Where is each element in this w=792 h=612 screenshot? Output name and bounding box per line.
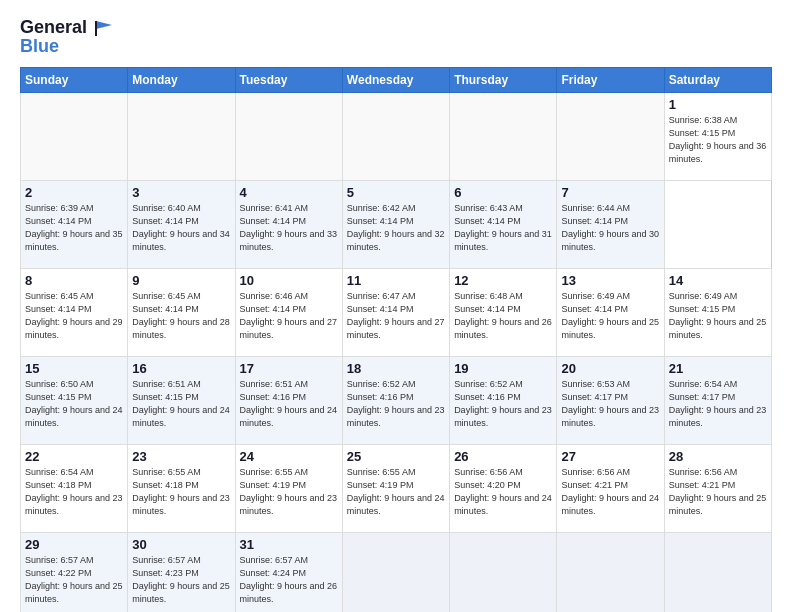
day-info: Sunrise: 6:50 AMSunset: 4:15 PMDaylight:… [25, 379, 123, 428]
logo-general: General [20, 17, 87, 37]
calendar-day: 27Sunrise: 6:56 AMSunset: 4:21 PMDayligh… [557, 444, 664, 532]
day-info: Sunrise: 6:56 AMSunset: 4:20 PMDaylight:… [454, 467, 552, 516]
empty-cell [450, 92, 557, 180]
day-info: Sunrise: 6:57 AMSunset: 4:22 PMDaylight:… [25, 555, 123, 604]
column-header-friday: Friday [557, 67, 664, 92]
day-number: 7 [561, 185, 659, 200]
calendar-day: 22Sunrise: 6:54 AMSunset: 4:18 PMDayligh… [21, 444, 128, 532]
calendar-day: 24Sunrise: 6:55 AMSunset: 4:19 PMDayligh… [235, 444, 342, 532]
day-info: Sunrise: 6:44 AMSunset: 4:14 PMDaylight:… [561, 203, 659, 252]
day-number: 9 [132, 273, 230, 288]
column-header-wednesday: Wednesday [342, 67, 449, 92]
calendar-day: 18Sunrise: 6:52 AMSunset: 4:16 PMDayligh… [342, 356, 449, 444]
calendar-day: 17Sunrise: 6:51 AMSunset: 4:16 PMDayligh… [235, 356, 342, 444]
day-info: Sunrise: 6:49 AMSunset: 4:14 PMDaylight:… [561, 291, 659, 340]
day-number: 12 [454, 273, 552, 288]
day-number: 18 [347, 361, 445, 376]
day-number: 6 [454, 185, 552, 200]
calendar-day: 30Sunrise: 6:57 AMSunset: 4:23 PMDayligh… [128, 532, 235, 612]
day-number: 20 [561, 361, 659, 376]
calendar-day: 25Sunrise: 6:55 AMSunset: 4:19 PMDayligh… [342, 444, 449, 532]
calendar-table: SundayMondayTuesdayWednesdayThursdayFrid… [20, 67, 772, 612]
day-number: 26 [454, 449, 552, 464]
day-number: 16 [132, 361, 230, 376]
calendar-week-row: 8Sunrise: 6:45 AMSunset: 4:14 PMDaylight… [21, 268, 772, 356]
day-info: Sunrise: 6:46 AMSunset: 4:14 PMDaylight:… [240, 291, 338, 340]
calendar-day: 29Sunrise: 6:57 AMSunset: 4:22 PMDayligh… [21, 532, 128, 612]
calendar-day: 20Sunrise: 6:53 AMSunset: 4:17 PMDayligh… [557, 356, 664, 444]
calendar-week-row: 15Sunrise: 6:50 AMSunset: 4:15 PMDayligh… [21, 356, 772, 444]
calendar-day: 26Sunrise: 6:56 AMSunset: 4:20 PMDayligh… [450, 444, 557, 532]
day-info: Sunrise: 6:38 AMSunset: 4:15 PMDaylight:… [669, 115, 767, 164]
day-info: Sunrise: 6:48 AMSunset: 4:14 PMDaylight:… [454, 291, 552, 340]
day-info: Sunrise: 6:56 AMSunset: 4:21 PMDaylight:… [669, 467, 767, 516]
day-number: 27 [561, 449, 659, 464]
day-info: Sunrise: 6:51 AMSunset: 4:15 PMDaylight:… [132, 379, 230, 428]
calendar-day: 5Sunrise: 6:42 AMSunset: 4:14 PMDaylight… [342, 180, 449, 268]
calendar-day: 14Sunrise: 6:49 AMSunset: 4:15 PMDayligh… [664, 268, 771, 356]
day-number: 11 [347, 273, 445, 288]
calendar-day: 9Sunrise: 6:45 AMSunset: 4:14 PMDaylight… [128, 268, 235, 356]
calendar-day: 8Sunrise: 6:45 AMSunset: 4:14 PMDaylight… [21, 268, 128, 356]
calendar-day: 28Sunrise: 6:56 AMSunset: 4:21 PMDayligh… [664, 444, 771, 532]
day-info: Sunrise: 6:56 AMSunset: 4:21 PMDaylight:… [561, 467, 659, 516]
column-header-saturday: Saturday [664, 67, 771, 92]
day-info: Sunrise: 6:54 AMSunset: 4:18 PMDaylight:… [25, 467, 123, 516]
day-number: 5 [347, 185, 445, 200]
day-number: 22 [25, 449, 123, 464]
day-info: Sunrise: 6:51 AMSunset: 4:16 PMDaylight:… [240, 379, 338, 428]
calendar-week-row: 22Sunrise: 6:54 AMSunset: 4:18 PMDayligh… [21, 444, 772, 532]
logo-blue-text: Blue [20, 36, 59, 57]
day-number: 1 [669, 97, 767, 112]
day-info: Sunrise: 6:52 AMSunset: 4:16 PMDaylight:… [347, 379, 445, 428]
day-number: 30 [132, 537, 230, 552]
logo-flag-icon [94, 19, 116, 37]
calendar-body: 1Sunrise: 6:38 AMSunset: 4:15 PMDaylight… [21, 92, 772, 612]
calendar-day: 13Sunrise: 6:49 AMSunset: 4:14 PMDayligh… [557, 268, 664, 356]
day-info: Sunrise: 6:41 AMSunset: 4:14 PMDaylight:… [240, 203, 338, 252]
calendar-week-row: 2Sunrise: 6:39 AMSunset: 4:14 PMDaylight… [21, 180, 772, 268]
calendar-day: 7Sunrise: 6:44 AMSunset: 4:14 PMDaylight… [557, 180, 664, 268]
calendar-day: 6Sunrise: 6:43 AMSunset: 4:14 PMDaylight… [450, 180, 557, 268]
column-header-tuesday: Tuesday [235, 67, 342, 92]
calendar-day: 12Sunrise: 6:48 AMSunset: 4:14 PMDayligh… [450, 268, 557, 356]
svg-marker-0 [96, 21, 112, 29]
calendar-week-row: 29Sunrise: 6:57 AMSunset: 4:22 PMDayligh… [21, 532, 772, 612]
day-info: Sunrise: 6:45 AMSunset: 4:14 PMDaylight:… [25, 291, 123, 340]
day-number: 23 [132, 449, 230, 464]
day-number: 14 [669, 273, 767, 288]
calendar-day: 3Sunrise: 6:40 AMSunset: 4:14 PMDaylight… [128, 180, 235, 268]
calendar-day: 23Sunrise: 6:55 AMSunset: 4:18 PMDayligh… [128, 444, 235, 532]
page: General Blue SundayMondayTuesdayWednesda… [0, 0, 792, 612]
calendar-day: 15Sunrise: 6:50 AMSunset: 4:15 PMDayligh… [21, 356, 128, 444]
column-header-sunday: Sunday [21, 67, 128, 92]
day-number: 28 [669, 449, 767, 464]
day-number: 10 [240, 273, 338, 288]
calendar-day: 1Sunrise: 6:38 AMSunset: 4:15 PMDaylight… [664, 92, 771, 180]
calendar-day: 16Sunrise: 6:51 AMSunset: 4:15 PMDayligh… [128, 356, 235, 444]
day-info: Sunrise: 6:39 AMSunset: 4:14 PMDaylight:… [25, 203, 123, 252]
calendar-day: 10Sunrise: 6:46 AMSunset: 4:14 PMDayligh… [235, 268, 342, 356]
day-info: Sunrise: 6:45 AMSunset: 4:14 PMDaylight:… [132, 291, 230, 340]
day-number: 25 [347, 449, 445, 464]
day-info: Sunrise: 6:57 AMSunset: 4:24 PMDaylight:… [240, 555, 338, 604]
calendar-day: 4Sunrise: 6:41 AMSunset: 4:14 PMDaylight… [235, 180, 342, 268]
day-info: Sunrise: 6:49 AMSunset: 4:15 PMDaylight:… [669, 291, 767, 340]
day-number: 13 [561, 273, 659, 288]
empty-cell [342, 532, 449, 612]
day-number: 17 [240, 361, 338, 376]
day-info: Sunrise: 6:43 AMSunset: 4:14 PMDaylight:… [454, 203, 552, 252]
empty-cell [235, 92, 342, 180]
empty-cell [557, 532, 664, 612]
day-info: Sunrise: 6:53 AMSunset: 4:17 PMDaylight:… [561, 379, 659, 428]
calendar-header-row: SundayMondayTuesdayWednesdayThursdayFrid… [21, 67, 772, 92]
header: General Blue [20, 18, 772, 57]
day-number: 2 [25, 185, 123, 200]
day-info: Sunrise: 6:55 AMSunset: 4:19 PMDaylight:… [240, 467, 338, 516]
day-number: 29 [25, 537, 123, 552]
calendar-day: 19Sunrise: 6:52 AMSunset: 4:16 PMDayligh… [450, 356, 557, 444]
empty-cell [664, 532, 771, 612]
calendar-week-row: 1Sunrise: 6:38 AMSunset: 4:15 PMDaylight… [21, 92, 772, 180]
day-info: Sunrise: 6:57 AMSunset: 4:23 PMDaylight:… [132, 555, 230, 604]
empty-cell [21, 92, 128, 180]
